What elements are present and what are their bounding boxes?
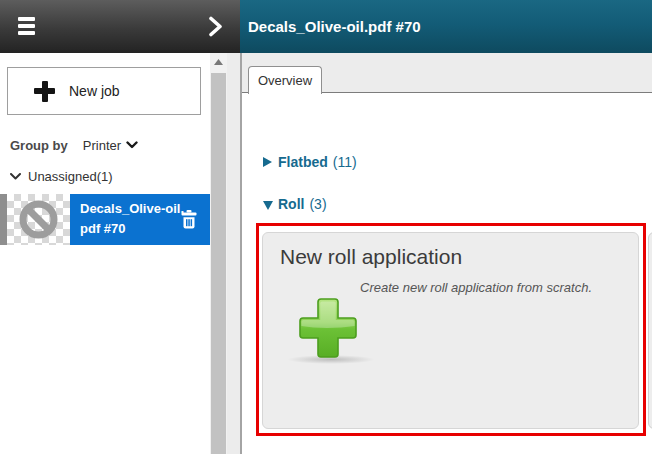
new-roll-application-card[interactable]: New roll application Create new roll app… [262,232,639,429]
chevron-down-icon [126,141,138,149]
trash-icon[interactable] [181,210,197,229]
card-description: Create new roll application from scratch… [360,280,592,295]
group-header-unassigned[interactable]: Unassigned(1) [0,167,113,185]
no-entry-icon [18,199,59,240]
section-count: (11) [333,154,357,170]
new-job-label: New job [69,83,120,99]
group-by-label: Group by [10,138,68,153]
job-selection-area: Decals_Olive-oil. pdf #70 [70,194,210,245]
sidebar: New job Group by Printer Unassigned(1) [0,53,210,454]
section-label: Flatbed [278,154,328,170]
job-list-item-selected[interactable]: Decals_Olive-oil. pdf #70 [0,194,210,245]
section-label: Roll [278,196,304,212]
section-header-flatbed[interactable]: Flatbed (11) [263,154,357,170]
group-by-value: Printer [83,138,121,153]
new-job-button[interactable]: New job [7,67,201,115]
triangle-right-icon [263,157,272,167]
plus-icon [34,81,55,102]
scrollbar-thumb[interactable] [211,73,226,454]
job-color-strip [0,194,7,245]
app-window: Decals_Olive-oil.pdf #70 New job Group b… [0,0,652,454]
section-header-roll[interactable]: Roll (3) [263,196,327,212]
partial-card[interactable] [648,232,652,429]
topbar-title-segment: Decals_Olive-oil.pdf #70 [240,0,652,53]
sidebar-scrollbar[interactable] [210,53,227,454]
window-title: Decals_Olive-oil.pdf #70 [248,18,421,35]
group-by-row: Group by Printer [0,137,138,153]
triangle-down-icon [263,201,273,210]
job-title: Decals_Olive-oil. pdf #70 [80,199,184,239]
section-count: (3) [309,196,326,212]
card-title: New roll application [280,245,462,269]
job-thumbnail [7,194,70,245]
tab-label: Overview [258,73,312,88]
topbar-left-segment [0,0,240,53]
scroll-up-button[interactable] [210,53,227,71]
group-label: Unassigned(1) [28,169,113,184]
green-plus-icon [296,297,360,359]
scroll-up-arrow-icon [214,59,223,65]
group-by-dropdown[interactable]: Printer [83,138,138,153]
chevron-right-icon[interactable] [208,16,224,41]
hamburger-menu-icon[interactable] [18,17,35,35]
chevron-down-icon [10,173,21,180]
tab-overview[interactable]: Overview [248,66,322,94]
